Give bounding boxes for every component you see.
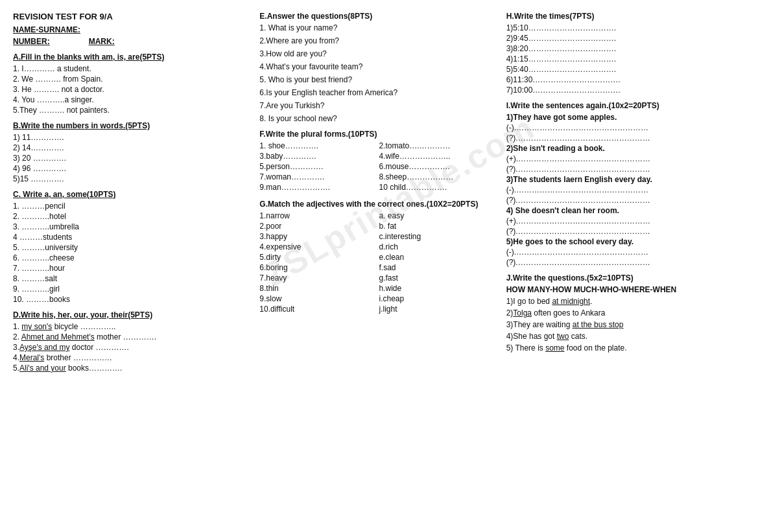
section-j-title: J.Write the questions.(5x2=10PTS) (506, 273, 745, 283)
list-item: 3. He ………. not a doctor. (13, 85, 252, 94)
section-d: D.Write his, her, our, your, their(5PTS)… (13, 310, 252, 373)
section-e-title: E.Answer the questions(8PTS) (259, 12, 498, 21)
list-item: 7.woman…………. (259, 172, 379, 181)
list-item: 5.They ………. not painters. (13, 106, 252, 115)
list-item: 4.What's your favourite team? (259, 62, 498, 71)
list-item: 5)15 …………. (13, 174, 252, 183)
list-item: 1. I………… a student. (13, 64, 252, 73)
section-a-title: A.Fill in the blanks with am, is, are(5P… (13, 52, 252, 62)
list-item: 4) She doesn't clean her room. (506, 206, 745, 215)
section-c: C. Write a, an, some(10PTS) 1. ………pencil… (13, 190, 252, 304)
section-g: G.Match the adjectives with the correct … (259, 200, 498, 315)
list-item: 1. ………pencil (13, 202, 252, 211)
name-label: NAME-SURNAME: (13, 25, 252, 34)
list-item: 1. my son's bicycle ………….. (13, 322, 252, 331)
list-item: (-).…………………………………………… (506, 248, 745, 257)
list-item: 10 child……………. (379, 183, 498, 192)
list-item: 1)5:10……………………………. (506, 23, 745, 32)
list-item: 2)Tolga often goes to Ankara (506, 308, 745, 318)
list-item: 5)He goes to the school every day. (506, 237, 745, 246)
list-item: (?).…………………………………………… (506, 133, 745, 143)
left-column: REVISION TEST FOR 9/A NAME-SURNAME: NUMB… (13, 12, 259, 379)
list-item: 1. What is your name? (259, 23, 498, 32)
section-h: H.Write the times(7PTS) 1)5:10…………………………… (506, 12, 745, 95)
section-e: E.Answer the questions(8PTS) 1. What is … (259, 12, 498, 123)
list-item: 9.man………………. (259, 183, 379, 192)
list-item: 5.dirty (259, 253, 379, 262)
list-item: 2) 14…………. (13, 143, 252, 152)
list-item: 6.mouse……………. (379, 162, 498, 171)
list-item: 7.Are you Turkish? (259, 101, 498, 110)
list-item: 5.Ali's and your books…………. (13, 364, 252, 373)
list-item: c.interesting (379, 232, 498, 241)
list-item: 2. We ………. from Spain. (13, 75, 252, 84)
section-i: I.Write the sentences again.(10x2=20PTS)… (506, 101, 745, 267)
list-item: 9.slow (259, 294, 379, 303)
mark-label: MARK: (89, 37, 115, 46)
list-item: 3.Ayşe's and my doctor …………. (13, 343, 252, 352)
list-item: 4)She has got two cats. (506, 332, 745, 341)
section-f: F.Write the plural forms.(10PTS) 1. shoe… (259, 130, 498, 193)
list-item: 7)10:00……………………………. (506, 86, 745, 95)
section-c-title: C. Write a, an, some(10PTS) (13, 190, 252, 199)
list-item: g.fast (379, 273, 498, 283)
list-item: 3)8:20……………………………. (506, 44, 745, 53)
list-item: e.clean (379, 253, 498, 262)
list-item: 5) There is some food on the plate. (506, 343, 745, 353)
list-item: 1) 11…………. (13, 133, 252, 142)
page-title: REVISION TEST FOR 9/A (13, 12, 252, 21)
list-item: 5. Who is your best friend? (259, 75, 498, 84)
list-item: 8.sheep……………… (379, 172, 498, 181)
list-item: 4. You ………..a singer. (13, 95, 252, 104)
section-a: A.Fill in the blanks with am, is, are(5P… (13, 52, 252, 115)
number-label: NUMBER: (13, 37, 50, 46)
list-item: i.cheap (379, 294, 498, 303)
list-item: (-).…………………………………………… (506, 185, 745, 194)
section-i-title: I.Write the sentences again.(10x2=20PTS) (506, 101, 745, 110)
list-item: 2. ………..hotel (13, 212, 252, 221)
list-item: a. easy (379, 211, 498, 220)
section-f-title: F.Write the plural forms.(10PTS) (259, 130, 498, 139)
list-item: 4 ………students (13, 233, 252, 242)
list-item: b. fat (379, 222, 498, 231)
list-item: h.wide (379, 284, 498, 293)
page-container: REVISION TEST FOR 9/A NAME-SURNAME: NUMB… (13, 12, 745, 379)
list-item: 2. Ahmet and Mehmet's mother …………. (13, 332, 252, 341)
list-item: 7. ………..hour (13, 264, 252, 273)
list-item: 5)5:40……………………………. (506, 65, 745, 74)
list-item: 3. ………..umbrella (13, 222, 252, 231)
list-item: 1)I go to bed at midnight. (506, 297, 745, 306)
list-item: 3.How old are you? (259, 49, 498, 58)
list-item: 10. ………books (13, 295, 252, 304)
list-item: 4)1:15……………………………. (506, 54, 745, 64)
section-b: B.Write the numbers in words.(5PTS) 1) 1… (13, 121, 252, 183)
list-item: 3.happy (259, 232, 379, 241)
section-g-title: G.Match the adjectives with the correct … (259, 200, 498, 209)
list-item: (-).…………………………………………… (506, 123, 745, 132)
list-item: 4.Meral's brother …………… (13, 353, 252, 362)
list-item: d.rich (379, 242, 498, 251)
number-mark-line: NUMBER: MARK: (13, 37, 252, 46)
list-item: (?).…………………………………………… (506, 165, 745, 174)
list-item: (?).…………………………………………… (506, 258, 745, 267)
list-item: 9. ………..girl (13, 284, 252, 294)
list-item: 6.Is your English teacher from America? (259, 88, 498, 97)
list-item: 4.expensive (259, 242, 379, 251)
list-item: 2.poor (259, 222, 379, 231)
list-item: (+).…………………………………………… (506, 154, 745, 163)
list-item: 8. Is your school new? (259, 114, 498, 123)
list-item: 4) 96 …………. (13, 164, 252, 173)
list-item: 4.wife……………….. (379, 152, 498, 161)
list-item: 3.baby…………. (259, 152, 379, 161)
middle-column: E.Answer the questions(8PTS) 1. What is … (259, 12, 506, 379)
header-section: REVISION TEST FOR 9/A NAME-SURNAME: NUMB… (13, 12, 252, 46)
list-item: (?).…………………………………………… (506, 196, 745, 205)
section-j-subtitle: HOW MANY-HOW MUCH-WHO-WHERE-WHEN (506, 285, 745, 294)
list-item: 2.Where are you from? (259, 36, 498, 45)
list-item: 2.tomato….………… (379, 141, 498, 150)
section-d-title: D.Write his, her, our, your, their(5PTS) (13, 310, 252, 319)
list-item: j.light (379, 305, 498, 314)
list-item: 8.thin (259, 284, 379, 293)
section-h-title: H.Write the times(7PTS) (506, 12, 745, 21)
list-item: 8. ………salt (13, 274, 252, 283)
